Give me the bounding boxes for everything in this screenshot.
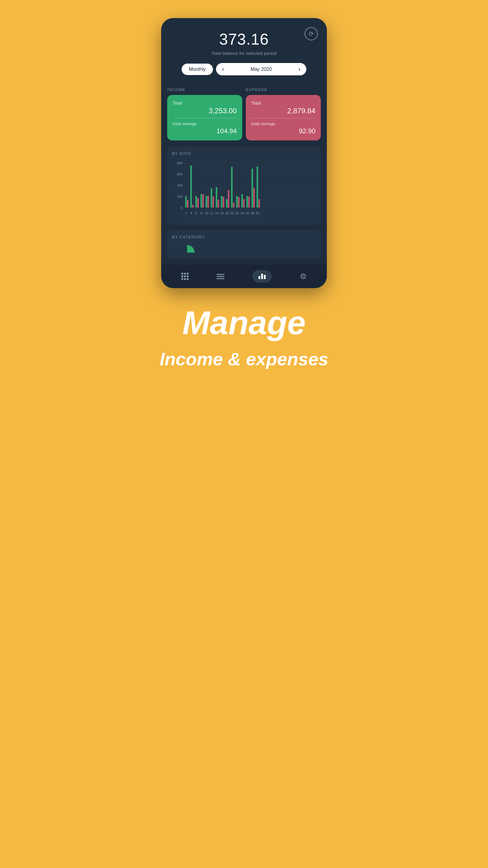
svg-rect-29	[233, 203, 234, 208]
svg-text:2: 2	[185, 211, 187, 215]
svg-text:200: 200	[177, 195, 183, 198]
svg-rect-26	[226, 199, 227, 208]
svg-text:8: 8	[201, 211, 202, 215]
svg-rect-35	[248, 196, 250, 208]
svg-rect-24	[221, 196, 222, 208]
nav-chart-button[interactable]	[253, 270, 272, 283]
svg-rect-38	[257, 166, 258, 207]
svg-text:600: 600	[177, 173, 183, 176]
svg-rect-17	[202, 194, 204, 208]
by-date-label: BY DATE	[172, 151, 316, 156]
svg-rect-32	[241, 194, 243, 208]
period-label: May 2020	[251, 67, 272, 72]
svg-rect-15	[197, 198, 199, 208]
svg-rect-30	[236, 196, 238, 208]
svg-text:12: 12	[210, 211, 213, 215]
svg-rect-20	[210, 188, 212, 208]
svg-rect-10	[185, 196, 187, 208]
svg-text:10: 10	[204, 211, 208, 215]
expense-card-title: Total	[251, 100, 315, 105]
income-card-wrapper: INCOME Total 3,253.00 Daily average 104.…	[167, 87, 242, 141]
svg-rect-18	[206, 196, 207, 208]
balance-label: Total balance for selected period	[170, 51, 318, 56]
date-chart-svg: 800 600 400 200 0	[172, 160, 316, 220]
app-header: ⟳ 373.16 Total balance for selected peri…	[161, 18, 327, 87]
svg-text:22: 22	[235, 211, 239, 215]
svg-text:26: 26	[246, 211, 249, 215]
expense-section-label: EXPENSE	[246, 87, 321, 92]
svg-rect-14	[195, 196, 197, 208]
list-icon	[217, 274, 224, 279]
svg-text:800: 800	[177, 161, 183, 165]
promo-title: Manage	[160, 306, 328, 339]
svg-text:6: 6	[195, 211, 197, 215]
date-chart-area: 800 600 400 200 0	[172, 160, 316, 220]
svg-rect-34	[247, 196, 248, 208]
svg-rect-13	[192, 205, 194, 208]
expense-avg-value: 92.90	[251, 127, 315, 135]
summary-cards-row: INCOME Total 3,253.00 Daily average 104.…	[167, 87, 321, 141]
period-next-button[interactable]: ›	[298, 66, 300, 72]
category-preview-svg	[172, 244, 202, 253]
bottom-navigation: ⚙	[161, 265, 327, 288]
svg-rect-39	[258, 199, 260, 208]
svg-rect-37	[253, 188, 255, 208]
period-prev-button[interactable]: ‹	[222, 66, 224, 72]
svg-rect-19	[207, 196, 209, 208]
svg-rect-21	[213, 196, 214, 208]
svg-text:18: 18	[225, 211, 229, 215]
income-total: 3,253.00	[173, 107, 237, 119]
period-nav: ‹ May 2020 ›	[216, 63, 306, 75]
promo-subtitle: Income & expenses	[160, 348, 328, 370]
grid-icon	[181, 273, 189, 280]
by-category-section: BY CATEGORY	[167, 230, 321, 258]
svg-rect-33	[243, 199, 245, 208]
svg-text:30: 30	[256, 211, 259, 215]
svg-text:14: 14	[215, 211, 218, 215]
period-type-button[interactable]: Monthly	[182, 64, 213, 75]
phone-mockup: ⟳ 373.16 Total balance for selected peri…	[161, 18, 327, 288]
by-category-label: BY CATEGORY	[172, 235, 316, 239]
svg-text:0: 0	[181, 206, 183, 210]
svg-text:4: 4	[190, 211, 192, 215]
svg-rect-25	[223, 197, 224, 208]
svg-rect-23	[218, 200, 219, 208]
main-content: INCOME Total 3,253.00 Daily average 104.…	[161, 87, 327, 265]
by-date-section: BY DATE 800 600 400 200 0	[167, 147, 321, 225]
balance-amount: 373.16	[170, 30, 318, 48]
nav-settings-button[interactable]: ⚙	[300, 272, 307, 281]
svg-text:28: 28	[251, 211, 254, 215]
svg-text:16: 16	[220, 211, 224, 215]
income-section-label: INCOME	[167, 87, 242, 92]
svg-rect-11	[187, 200, 189, 208]
promo-section: Manage Income & expenses	[148, 288, 340, 382]
nav-grid-button[interactable]	[181, 273, 189, 280]
svg-text:20: 20	[230, 211, 234, 215]
income-avg-value: 104.94	[173, 127, 237, 135]
period-selector: Monthly ‹ May 2020 ›	[170, 63, 318, 75]
gear-icon: ⚙	[300, 272, 307, 281]
expense-total: 2,879.84	[251, 107, 315, 119]
svg-text:400: 400	[177, 184, 183, 187]
svg-rect-36	[252, 168, 253, 207]
svg-rect-31	[238, 197, 239, 208]
nav-list-button[interactable]	[217, 274, 224, 279]
svg-rect-22	[216, 187, 217, 208]
expense-card: Total 2,879.84 Daily average 92.90	[246, 95, 321, 141]
bar-chart-icon	[258, 274, 266, 279]
income-card: Total 3,253.00 Daily average 104.94	[167, 95, 242, 141]
expense-avg-label: Daily average	[251, 121, 315, 126]
refresh-button[interactable]: ⟳	[304, 27, 318, 40]
svg-rect-28	[231, 167, 233, 207]
svg-rect-27	[228, 190, 229, 208]
svg-rect-12	[190, 165, 192, 207]
svg-rect-16	[201, 194, 202, 208]
expense-card-wrapper: EXPENSE Total 2,879.84 Daily average 92.…	[246, 87, 321, 141]
income-avg-label: Daily average	[173, 121, 237, 126]
svg-text:24: 24	[240, 211, 244, 215]
income-card-title: Total	[173, 100, 237, 105]
